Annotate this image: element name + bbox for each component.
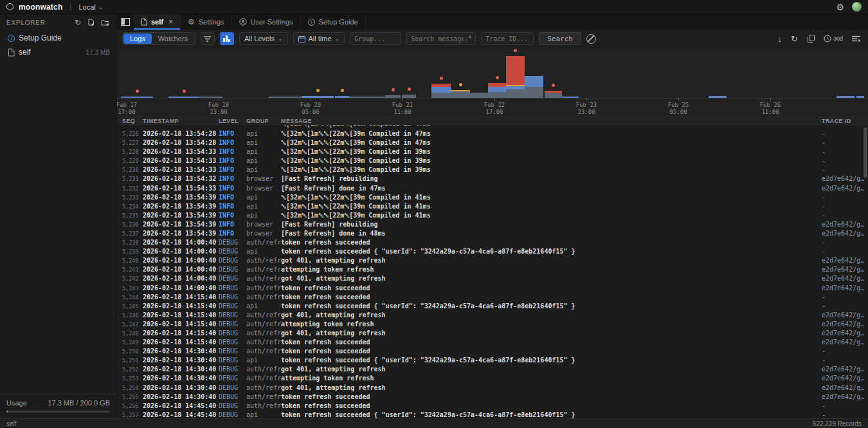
histogram-toggle-button[interactable] [220, 32, 234, 45]
tab-setup-guide[interactable]: i Setup Guide [301, 14, 366, 30]
log-row[interactable]: 5,2572026-02-18 14:45:40DEBUGapitoken re… [117, 411, 868, 418]
col-level[interactable]: LEVEL [219, 118, 246, 124]
log-row[interactable]: 5,2392026-02-18 14:00:40DEBUGapitoken re… [117, 247, 868, 256]
col-message[interactable]: MESSAGE [281, 118, 822, 124]
histogram-bar[interactable] [431, 84, 451, 98]
filter-button[interactable] [201, 32, 215, 45]
vertical-scrollbar[interactable] [863, 127, 867, 178]
histogram-bar[interactable] [488, 83, 506, 98]
bar-segment-info [525, 76, 543, 87]
settings-gear-icon[interactable]: ⚙ [836, 3, 844, 12]
histogram-bar[interactable] [349, 97, 385, 98]
log-row[interactable]: 5,2422026-02-18 14:00:40DEBUGauth/refr…g… [117, 275, 868, 284]
cell-seq: 5,229 [122, 156, 143, 165]
histogram-bar[interactable] [525, 76, 543, 98]
cell-timestamp: 2026-02-18 14:30:40 [143, 356, 219, 365]
histogram-bar[interactable] [335, 96, 349, 98]
log-row[interactable]: 5,2542026-02-18 14:30:40DEBUGauth/refr…g… [117, 384, 868, 393]
log-row[interactable]: 5,2552026-02-18 14:30:40DEBUGauth/refr…t… [117, 393, 868, 402]
workspace-switcher[interactable]: Local ⌄ [78, 3, 103, 11]
cell-timestamp: 2026-02-18 14:15:40 [143, 302, 219, 311]
bar-segment-debug [488, 92, 506, 98]
trace-id-input[interactable] [481, 32, 534, 45]
log-row[interactable]: 5,2342026-02-18 13:54:39INFOapi␛[32m␛[1m… [117, 202, 868, 211]
histogram-bar[interactable] [562, 97, 579, 98]
col-trace-id[interactable]: TRACE ID [822, 118, 868, 124]
time-filter-select[interactable]: All time ⌄ [293, 32, 345, 45]
log-row[interactable]: 5,2442026-02-18 14:15:40DEBUGauth/refr…t… [117, 293, 868, 302]
histogram-bar[interactable] [168, 97, 199, 98]
log-row[interactable]: 5,2302026-02-18 13:54:33INFOapi␛[32m␛[1m… [117, 165, 868, 174]
cell-trace-id: - [822, 293, 868, 302]
log-row[interactable]: 5,2372026-02-18 13:54:39INFObrowser[Fast… [117, 229, 868, 238]
log-row[interactable]: 5,2312026-02-18 13:54:32INFObrowser[Fast… [117, 174, 868, 183]
bar-segment-info [168, 97, 199, 98]
histogram-bar[interactable] [269, 97, 301, 98]
log-row[interactable]: 5,2362026-02-18 13:54:39INFObrowser[Fast… [117, 220, 868, 229]
histogram-bar[interactable] [451, 90, 470, 98]
refresh-explorer-icon[interactable]: ↻ [75, 18, 81, 27]
group-filter-input[interactable] [350, 32, 401, 45]
user-avatar[interactable] [852, 2, 862, 12]
log-row[interactable]: 5,2352026-02-18 13:54:39INFOapi␛[32m␛[1m… [117, 211, 868, 220]
toggle-sidebar-icon[interactable] [117, 14, 134, 30]
log-row[interactable]: 5,2402026-02-18 14:00:40DEBUGauth/refr…g… [117, 256, 868, 265]
col-seq[interactable]: SEQ [122, 118, 143, 124]
tab-settings[interactable]: ⚙ Settings [181, 14, 232, 30]
cell-trace-id: e2d7e642/g… [822, 320, 868, 329]
histogram-bar[interactable] [545, 91, 562, 98]
tab-user-settings[interactable]: User Settings [232, 14, 301, 30]
log-row[interactable]: 5,2292026-02-18 13:54:33INFOapi␛[32m␛[1m… [117, 156, 868, 165]
histogram-bar[interactable] [709, 96, 727, 98]
log-histogram-chart[interactable]: Feb 1717:00Feb 1823:00Feb 2005:00Feb 211… [117, 48, 868, 116]
log-row[interactable]: 5,2532026-02-18 14:30:40DEBUGauth/refr…a… [117, 375, 868, 384]
history-range-button[interactable]: 30d [824, 35, 843, 42]
log-row[interactable]: 5,2512026-02-18 14:30:40DEBUGapitoken re… [117, 356, 868, 365]
log-row[interactable]: 5,2472026-02-18 14:15:40DEBUGauth/refr…a… [117, 320, 868, 329]
log-row[interactable]: 5,2382026-02-18 14:00:40DEBUGauth/refr…t… [117, 238, 868, 247]
close-tab-icon[interactable]: × [168, 17, 173, 26]
clear-filters-icon[interactable] [586, 34, 596, 44]
watchers-toggle-button[interactable]: Watchers [152, 33, 194, 44]
tab-self[interactable]: self × [134, 14, 181, 30]
log-row[interactable]: 5,2462026-02-18 14:15:40DEBUGauth/refr…g… [117, 311, 868, 320]
histogram-bar[interactable] [506, 56, 525, 98]
histogram-bar[interactable] [302, 96, 334, 98]
histogram-bar[interactable] [856, 96, 864, 98]
histogram-bar[interactable] [836, 96, 854, 98]
sidebar-item-self[interactable]: self 17.3 MB [0, 45, 116, 59]
log-row[interactable]: 5,2432026-02-18 14:00:40DEBUGauth/refr…t… [117, 284, 868, 293]
log-row[interactable]: 5,2262026-02-18 13:54:28INFOapi␛[32m␛[1m… [117, 129, 868, 138]
log-row[interactable]: 5,2272026-02-18 13:54:28INFOapi␛[32m␛[1m… [117, 138, 868, 147]
log-row[interactable]: 5,2282026-02-18 13:54:33INFOapi␛[32m␛[1m… [117, 147, 868, 156]
level-filter-select[interactable]: All Levels ⌄ [239, 32, 288, 45]
log-row[interactable]: 5,2522026-02-18 14:30:40DEBUGauth/refr…g… [117, 365, 868, 374]
log-row[interactable]: 5,2452026-02-18 14:15:40DEBUGapitoken re… [117, 302, 868, 311]
histogram-bar[interactable] [470, 93, 488, 98]
logs-toggle-button[interactable]: Logs [123, 33, 152, 44]
log-row[interactable]: 5,2502026-02-18 14:30:40DEBUGauth/refr…t… [117, 347, 868, 356]
new-folder-icon[interactable] [101, 19, 110, 27]
histogram-bar[interactable] [402, 95, 416, 98]
log-row[interactable]: 5,2412026-02-18 14:00:40DEBUGauth/refr…a… [117, 265, 868, 274]
histogram-bar[interactable] [199, 97, 222, 98]
col-group[interactable]: GROUP [246, 118, 281, 124]
cell-seq: 5,254 [122, 384, 143, 393]
clear-console-icon[interactable] [852, 35, 860, 42]
new-file-icon[interactable] [87, 19, 95, 27]
histogram-bar[interactable] [385, 95, 401, 98]
log-row[interactable]: 5,2482026-02-18 14:15:40DEBUGauth/refr…g… [117, 329, 868, 338]
log-row[interactable]: 5,2322026-02-18 13:54:33INFObrowser[Fast… [117, 184, 868, 193]
col-timestamp[interactable]: TIMESTAMP [143, 118, 219, 124]
sidebar-item-setup-guide[interactable]: i Setup Guide [0, 31, 116, 45]
download-icon[interactable]: ↓ [778, 34, 782, 44]
cell-trace-id: e2d7e642/g… [822, 220, 868, 229]
log-row[interactable]: 5,2332026-02-18 13:54:39INFOapi␛[32m␛[1m… [117, 193, 868, 202]
histogram-bar[interactable] [121, 97, 153, 98]
log-row[interactable]: 5,2492026-02-18 14:15:40DEBUGauth/refr…t… [117, 338, 868, 347]
log-row[interactable]: 5,2562026-02-18 14:45:40DEBUGauth/refr…t… [117, 402, 868, 411]
refresh-icon[interactable]: ↻ [791, 34, 798, 44]
copy-icon[interactable] [807, 35, 815, 43]
regex-toggle-icon[interactable]: .* [464, 35, 472, 42]
search-button[interactable]: Search [539, 32, 581, 45]
